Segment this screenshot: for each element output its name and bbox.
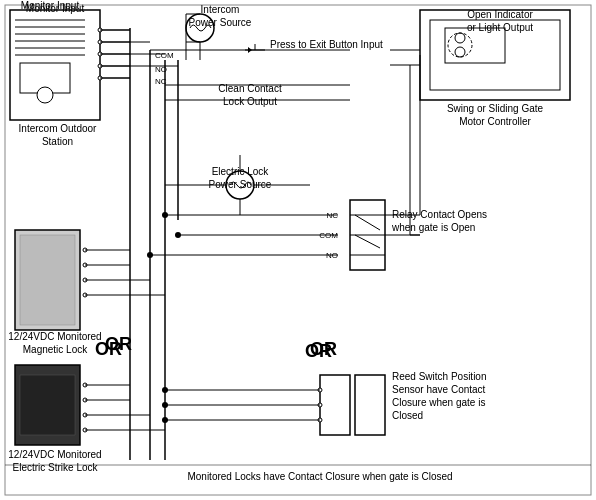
relay-contact-label: Relay Contact Openswhen gate is Open <box>392 208 532 234</box>
monitored-locks-label: Monitored Locks have Contact Closure whe… <box>145 470 495 483</box>
or-label-1: OR <box>95 338 122 361</box>
svg-rect-57 <box>20 235 75 325</box>
press-to-exit-label: Press to Exit Button Input <box>270 38 390 51</box>
svg-rect-96 <box>320 375 350 435</box>
svg-text:COM: COM <box>155 51 174 60</box>
svg-point-94 <box>175 232 181 238</box>
svg-point-105 <box>162 402 168 408</box>
svg-point-106 <box>162 417 168 423</box>
svg-rect-67 <box>20 375 75 435</box>
monitor-input-label: Monitor Input <box>10 2 100 15</box>
svg-point-95 <box>147 252 153 258</box>
svg-point-104 <box>162 387 168 393</box>
open-indicator-label: Open Indicatoror Light Output <box>445 8 555 34</box>
clean-contact-label: Clean ContactLock Output <box>195 82 305 108</box>
wiring-diagram: Monitor Input COM NO NC <box>0 0 596 500</box>
svg-point-93 <box>162 212 168 218</box>
svg-point-9 <box>37 87 53 103</box>
reed-switch-label: Reed Switch PositionSensor have ContactC… <box>392 370 552 422</box>
intercom-outdoor-label: Intercom OutdoorStation <box>5 122 110 148</box>
magnetic-lock-label: 12/24VDC MonitoredMagnetic Lock <box>5 330 105 356</box>
electric-strike-label: 12/24VDC MonitoredElectric Strike Lock <box>5 448 105 474</box>
svg-rect-97 <box>355 375 385 435</box>
swing-gate-label: Swing or Sliding GateMotor Controller <box>420 102 570 128</box>
or-label-2: OR <box>305 340 332 363</box>
svg-text:NO: NO <box>155 65 167 74</box>
svg-point-47 <box>455 47 465 57</box>
intercom-power-label: IntercomPower Source <box>180 3 260 29</box>
svg-point-46 <box>455 33 465 43</box>
electric-lock-power-label: Electric LockPower Source <box>185 165 295 191</box>
